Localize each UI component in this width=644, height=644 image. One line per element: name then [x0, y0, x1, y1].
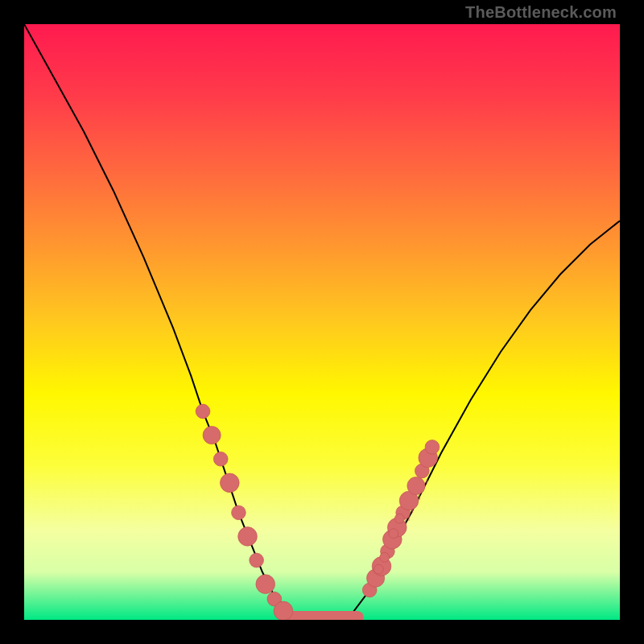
data-marker	[232, 506, 246, 520]
data-marker	[380, 552, 390, 562]
chart-svg	[24, 24, 620, 620]
data-marker	[213, 452, 228, 466]
bottleneck-curve	[24, 24, 620, 620]
data-marker	[389, 529, 398, 539]
data-marker	[196, 404, 210, 419]
data-marker	[220, 473, 239, 493]
data-marker	[274, 601, 293, 620]
chart-frame: TheBottleneck.com	[0, 0, 644, 644]
data-marker	[374, 564, 383, 574]
data-marker	[407, 477, 425, 494]
plot-area	[24, 24, 620, 620]
data-marker	[203, 427, 221, 444]
data-marker	[394, 514, 404, 523]
data-marker	[238, 527, 258, 547]
flat-bottom-band	[287, 611, 364, 620]
data-marker	[256, 575, 275, 594]
data-marker	[425, 440, 440, 455]
data-marker	[250, 553, 264, 568]
watermark-text: TheBottleneck.com	[465, 3, 617, 22]
